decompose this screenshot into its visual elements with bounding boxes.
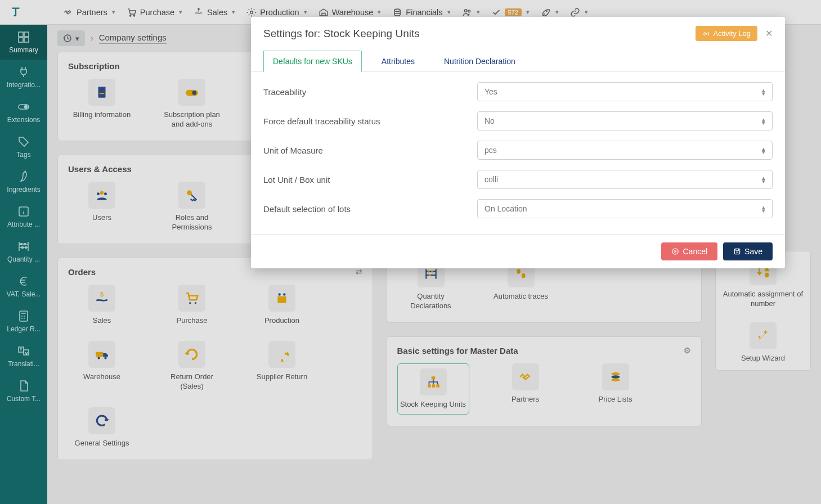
field-label: Default selection of lots xyxy=(263,204,466,214)
select-chevron-icon: ▴▾ xyxy=(762,118,765,124)
cancel-button[interactable]: Cancel xyxy=(661,242,717,260)
select-value: No xyxy=(484,116,495,125)
tab-defaults[interactable]: Defaults for new SKUs xyxy=(263,51,362,72)
svg-rect-56 xyxy=(734,249,739,254)
select-value: colli xyxy=(484,175,498,184)
lot-selection-select[interactable]: On Location ▴▾ xyxy=(477,199,773,218)
activity-log-button[interactable]: Activity Log xyxy=(696,26,757,41)
modal-body: Traceability Yes ▴▾ Force default tracea… xyxy=(251,72,785,234)
modal-tabs: Defaults for new SKUs Attributes Nutriti… xyxy=(251,50,785,72)
settings-modal: Settings for: Stock Keeping Units Activi… xyxy=(251,17,785,268)
select-chevron-icon: ▴▾ xyxy=(762,147,765,154)
select-value: On Location xyxy=(484,204,527,213)
close-button[interactable]: ✕ xyxy=(765,28,773,39)
force-traceability-select[interactable]: No ▴▾ xyxy=(477,111,773,130)
select-value: Yes xyxy=(484,87,497,96)
lot-unit-select[interactable]: colli ▴▾ xyxy=(477,170,773,189)
broadcast-icon xyxy=(702,30,710,38)
field-label: Traceability xyxy=(263,87,466,97)
modal-title: Settings for: Stock Keeping Units xyxy=(263,28,420,40)
close-icon: ✕ xyxy=(765,29,773,38)
select-chevron-icon: ▴▾ xyxy=(762,205,765,212)
field-label: Force default traceability status xyxy=(263,116,466,126)
select-chevron-icon: ▴▾ xyxy=(762,88,765,95)
save-button[interactable]: Save xyxy=(723,242,773,260)
field-label: Unit of Measure xyxy=(263,146,466,155)
field-label: Lot Unit / Box unit xyxy=(263,175,466,184)
button-label: Activity Log xyxy=(714,29,751,38)
select-chevron-icon: ▴▾ xyxy=(762,176,765,183)
button-label: Save xyxy=(744,247,762,256)
select-value: pcs xyxy=(484,146,497,155)
save-icon xyxy=(733,248,741,255)
tab-nutrition[interactable]: Nutrition Declaration xyxy=(434,51,525,72)
traceability-select[interactable]: Yes ▴▾ xyxy=(477,82,773,101)
button-label: Cancel xyxy=(683,247,707,256)
tab-attributes[interactable]: Attributes xyxy=(372,51,424,72)
cancel-circle-icon xyxy=(671,248,679,255)
svg-point-54 xyxy=(705,33,706,34)
uom-select[interactable]: pcs ▴▾ xyxy=(477,141,773,160)
